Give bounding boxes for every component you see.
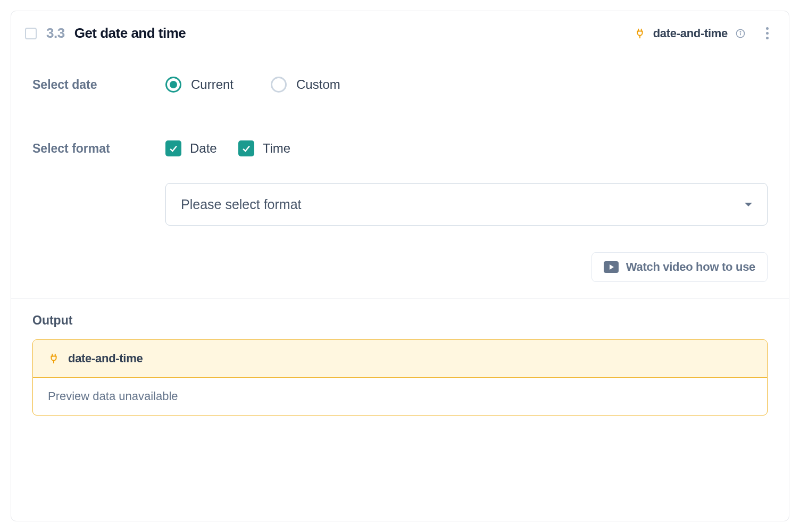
checkbox-indicator — [238, 140, 254, 156]
help-row: Watch video how to use — [11, 236, 789, 298]
more-menu-button[interactable] — [762, 25, 773, 41]
radio-current-label: Current — [191, 77, 234, 92]
format-select[interactable]: Please select format — [165, 183, 768, 226]
date-radio-group: Current Custom — [165, 77, 768, 93]
check-date-label: Date — [190, 141, 217, 156]
watch-video-button[interactable]: Watch video how to use — [591, 252, 768, 282]
check-date[interactable]: Date — [165, 140, 217, 156]
output-tag: date-and-time — [68, 352, 143, 365]
select-format-label: Select format — [32, 140, 165, 226]
step-title: Get date and time — [74, 25, 186, 41]
output-card: date-and-time Preview data unavailable — [32, 339, 768, 415]
format-check-group: Date Time — [165, 140, 768, 156]
step-header: 3.3 Get date and time date-and-time — [11, 11, 789, 55]
step-number: 3.3 — [46, 25, 65, 41]
check-icon — [241, 143, 252, 154]
chevron-down-icon — [745, 203, 752, 206]
svg-point-2 — [740, 31, 740, 32]
output-card-header[interactable]: date-and-time — [33, 340, 767, 378]
format-select-placeholder: Please select format — [181, 197, 302, 212]
select-format-row: Select format Date Time — [32, 140, 768, 226]
step-card: 3.3 Get date and time date-and-time Sele… — [11, 11, 789, 521]
plugin-tag: date-and-time — [653, 27, 728, 40]
info-icon[interactable] — [735, 28, 746, 39]
watch-video-label: Watch video how to use — [626, 260, 755, 274]
radio-custom-label: Custom — [296, 77, 340, 92]
header-left: 3.3 Get date and time — [25, 25, 186, 41]
radio-custom[interactable]: Custom — [271, 77, 340, 93]
step-select-checkbox[interactable] — [25, 28, 37, 39]
select-date-content: Current Custom — [165, 77, 768, 93]
output-section: Output date-and-time Preview data unavai… — [11, 298, 789, 430]
check-time[interactable]: Time — [238, 140, 290, 156]
select-date-row: Select date Current Custom — [32, 77, 768, 93]
output-preview: Preview data unavailable — [33, 378, 767, 415]
checkbox-indicator — [165, 140, 181, 156]
select-format-content: Date Time Please select format — [165, 140, 768, 226]
output-title: Output — [32, 313, 768, 328]
plug-icon — [634, 28, 646, 39]
radio-indicator — [271, 77, 287, 93]
check-time-label: Time — [263, 141, 290, 156]
radio-indicator — [165, 77, 181, 93]
radio-current[interactable]: Current — [165, 77, 234, 93]
select-date-label: Select date — [32, 77, 165, 93]
check-icon — [168, 143, 179, 154]
step-body: Select date Current Custom Select format — [11, 55, 789, 236]
header-right: date-and-time — [634, 25, 773, 41]
plug-icon — [48, 353, 60, 364]
play-icon — [604, 261, 619, 273]
